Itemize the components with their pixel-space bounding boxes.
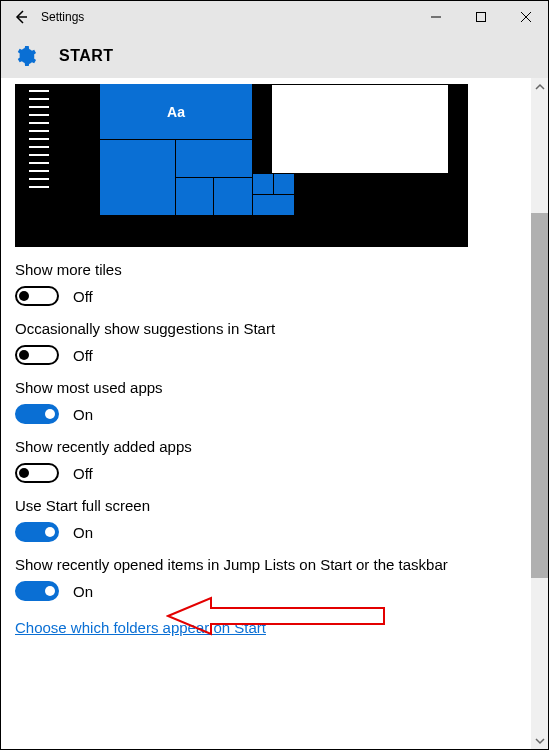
- settings-content: Aa Show more tiles Off: [1, 78, 531, 749]
- gear-icon: [15, 45, 37, 67]
- minimize-icon: [430, 11, 442, 23]
- preview-desktop-area: [271, 84, 449, 174]
- setting-label: Show recently added apps: [15, 438, 517, 455]
- toggle-show-suggestions[interactable]: [15, 345, 59, 365]
- preview-tile-aa: Aa: [100, 84, 252, 139]
- close-button[interactable]: [503, 1, 548, 33]
- window-title: Settings: [41, 10, 84, 24]
- minimize-button[interactable]: [413, 1, 458, 33]
- setting-label: Occasionally show suggestions in Start: [15, 320, 517, 337]
- toggle-show-more-tiles[interactable]: [15, 286, 59, 306]
- maximize-icon: [475, 11, 487, 23]
- toggle-show-recently-added[interactable]: [15, 463, 59, 483]
- scroll-up-button[interactable]: [531, 78, 548, 95]
- setting-show-most-used: Show most used apps On: [15, 379, 517, 424]
- start-preview-image: Aa: [15, 84, 468, 247]
- setting-show-more-tiles: Show more tiles Off: [15, 261, 517, 306]
- preview-menu-lines: [29, 90, 49, 188]
- toggle-show-most-used[interactable]: [15, 404, 59, 424]
- scroll-thumb[interactable]: [531, 213, 548, 578]
- setting-show-suggestions: Occasionally show suggestions in Start O…: [15, 320, 517, 365]
- maximize-button[interactable]: [458, 1, 503, 33]
- choose-folders-link[interactable]: Choose which folders appear on Start: [15, 619, 266, 636]
- setting-label: Use Start full screen: [15, 497, 517, 514]
- vertical-scrollbar[interactable]: [531, 78, 548, 749]
- setting-jump-lists: Show recently opened items in Jump Lists…: [15, 556, 517, 601]
- page-header: START: [1, 33, 548, 78]
- toggle-use-start-full-screen[interactable]: [15, 522, 59, 542]
- chevron-up-icon: [535, 82, 545, 92]
- svg-rect-2: [476, 13, 485, 22]
- titlebar: Settings: [1, 1, 548, 33]
- page-title: START: [59, 47, 114, 65]
- setting-label: Show more tiles: [15, 261, 517, 278]
- chevron-down-icon: [535, 736, 545, 746]
- toggle-state-text: Off: [73, 288, 93, 305]
- toggle-state-text: Off: [73, 465, 93, 482]
- setting-label: Show most used apps: [15, 379, 517, 396]
- setting-use-start-full-screen: Use Start full screen On: [15, 497, 517, 542]
- preview-tile-group-1: Aa: [100, 84, 252, 216]
- close-icon: [520, 11, 532, 23]
- scroll-down-button[interactable]: [531, 732, 548, 749]
- settings-window: Settings START Aa: [0, 0, 549, 750]
- toggle-state-text: On: [73, 406, 93, 423]
- toggle-state-text: Off: [73, 347, 93, 364]
- toggle-jump-lists[interactable]: [15, 581, 59, 601]
- back-arrow-icon: [13, 9, 29, 25]
- back-button[interactable]: [1, 1, 41, 33]
- toggle-state-text: On: [73, 583, 93, 600]
- setting-show-recently-added: Show recently added apps Off: [15, 438, 517, 483]
- toggle-state-text: On: [73, 524, 93, 541]
- setting-label: Show recently opened items in Jump Lists…: [15, 556, 517, 573]
